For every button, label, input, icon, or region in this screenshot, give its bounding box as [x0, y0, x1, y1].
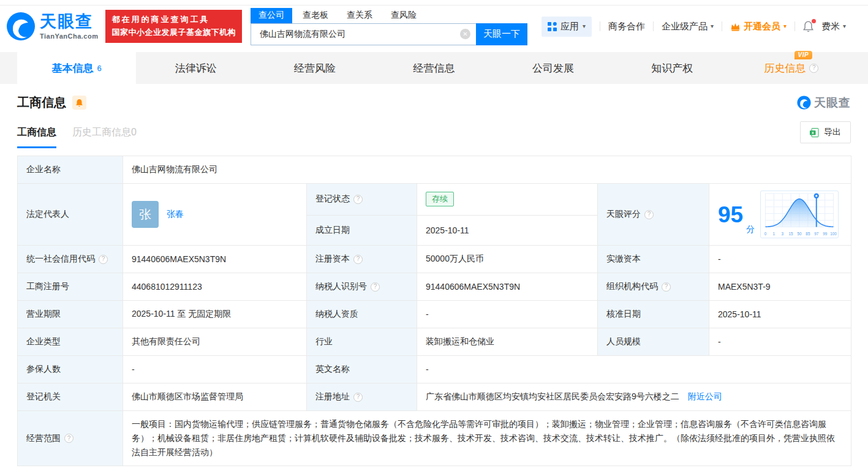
- export-button[interactable]: x 导出: [800, 121, 851, 143]
- business-scope-value: 一般项目：国内货物运输代理；供应链管理服务；普通货物仓储服务（不含危险化学品等需…: [123, 411, 851, 466]
- help-icon[interactable]: ?: [371, 282, 380, 292]
- tab-history-info[interactable]: VIP 历史信息 ?: [732, 52, 851, 84]
- nav-enterprise-products[interactable]: 企业级产品 ▾: [662, 21, 714, 32]
- tab-company-development[interactable]: 公司发展: [494, 52, 613, 84]
- establish-date-value: 2025-10-11: [417, 215, 598, 245]
- nav-vip-member[interactable]: 开通会员 ▾: [730, 21, 787, 32]
- staff-size-value: -: [709, 328, 851, 356]
- help-icon[interactable]: ?: [809, 64, 818, 73]
- slogan-line1: 都在用的商业查询工具: [111, 13, 236, 26]
- reg-authority-value: 佛山市顺德区市场监督管理局: [123, 383, 307, 411]
- field-label: 纳税人识别号?: [307, 273, 417, 301]
- search-tab-company[interactable]: 查公司: [251, 8, 292, 23]
- status-badge: 存续: [426, 192, 454, 206]
- vip-badge: VIP: [794, 51, 813, 59]
- score-value: 95: [718, 203, 743, 226]
- field-label: 行业: [307, 328, 417, 356]
- field-label: 英文名称: [307, 356, 417, 383]
- legal-rep-cell: 张 张春: [123, 184, 307, 246]
- slogan-banner: 都在用的商业查询工具 国家中小企业发展子基金旗下机构: [105, 10, 242, 43]
- search-tabs: 查公司 查老板 查关系 查风险: [251, 8, 527, 23]
- field-label: 经营范围?: [18, 411, 123, 466]
- svg-text:100: 100: [830, 232, 837, 236]
- score-link[interactable]: 95 分 0131550859799100: [718, 191, 842, 238]
- reg-number-value: 440681012911123: [123, 273, 307, 301]
- caret-down-icon: ▾: [583, 23, 586, 29]
- legal-rep-link[interactable]: 张春: [167, 209, 184, 220]
- svg-text:85: 85: [806, 232, 811, 236]
- business-info-table: 企业名称 佛山吉网物流有限公司 法定代表人 张 张春 登记状态? 存续: [17, 156, 851, 466]
- slogan-line2: 国家中小企业发展子基金旗下机构: [111, 26, 236, 39]
- section-title: 工商信息: [17, 94, 66, 111]
- search-input[interactable]: [259, 29, 460, 40]
- search-button[interactable]: 天眼一下: [476, 23, 527, 45]
- logo-domain: TianYanCha.com: [40, 32, 98, 40]
- caret-down-icon: ▾: [783, 23, 787, 29]
- tab-basic-info[interactable]: 基本信息 6: [17, 52, 136, 84]
- search-tab-boss[interactable]: 查老板: [295, 8, 336, 23]
- svg-text:1: 1: [773, 232, 776, 236]
- search-tab-risk[interactable]: 查风险: [383, 8, 425, 23]
- subtab-history-business-info[interactable]: 历史工商信息0: [72, 126, 137, 148]
- reg-address-value: 广东省佛山市顺德区均安镇均安社区居民委员会宏安路9号六楼之二: [426, 391, 679, 401]
- help-icon[interactable]: ?: [353, 195, 363, 204]
- tianyancha-logo-icon: [6, 12, 36, 41]
- subtabs: 工商信息 历史工商信息0: [17, 126, 137, 148]
- tab-operating-risk[interactable]: 经营风险: [255, 52, 374, 84]
- search-block: 查公司 查老板 查关系 查风险 ✕ 天眼一下: [251, 8, 527, 45]
- watermark-logo: 天眼查: [797, 95, 851, 111]
- crown-icon: [730, 22, 741, 31]
- table-row: 企业名称 佛山吉网物流有限公司: [18, 156, 851, 184]
- paid-capital-value: -: [709, 246, 851, 273]
- taxpayer-quality-value: -: [417, 301, 598, 328]
- field-label: 注册资本?: [307, 246, 417, 273]
- industry-value: 装卸搬运和仓储业: [417, 328, 598, 356]
- logo-text: 天眼查: [40, 13, 98, 30]
- score-distribution-chart: 0131550859799100: [760, 191, 839, 238]
- subtab-business-info[interactable]: 工商信息: [17, 126, 56, 148]
- field-label: 实缴资本: [598, 246, 709, 273]
- score-unit: 分: [746, 224, 755, 235]
- field-label: 营业期限: [18, 301, 123, 328]
- business-term-value: 2025-10-11 至 无固定期限: [123, 301, 307, 328]
- tab-intellectual-property[interactable]: 知识产权: [613, 52, 731, 84]
- avatar[interactable]: 张: [132, 201, 159, 228]
- nav-business-cooperation[interactable]: 商务合作: [608, 21, 645, 32]
- search-tab-relation[interactable]: 查关系: [339, 8, 380, 23]
- apps-menu[interactable]: 应用 ▾: [542, 17, 592, 37]
- divider: [794, 21, 795, 31]
- field-label: 组织机构代码?: [598, 273, 709, 301]
- tab-operating-info[interactable]: 经营信息: [374, 52, 493, 84]
- tianyancha-logo[interactable]: 天眼查 TianYanCha.com: [6, 12, 98, 41]
- help-icon[interactable]: ?: [99, 255, 108, 264]
- divider: [600, 21, 600, 31]
- help-icon[interactable]: ?: [644, 210, 654, 219]
- field-label: 工商注册号: [18, 273, 123, 301]
- company-name-value: 佛山吉网物流有限公司: [123, 156, 851, 184]
- field-label: 企业类型: [18, 328, 123, 356]
- reg-status-cell: 存续: [417, 184, 598, 216]
- apps-label: 应用: [560, 21, 579, 32]
- table-row: 登记机关 佛山市顺德区市场监督管理局 注册地址? 广东省佛山市顺德区均安镇均安社…: [18, 383, 851, 411]
- svg-text:0: 0: [764, 232, 767, 236]
- help-icon[interactable]: ?: [662, 282, 671, 292]
- field-label: 参保人数: [18, 356, 123, 383]
- subscribe-bell-icon[interactable]: [72, 96, 86, 110]
- insured-count-value: -: [123, 356, 307, 383]
- company-section-tabs: 基本信息 6 法律诉讼 经营风险 经营信息 公司发展 知识产权 VIP 历史信息…: [0, 52, 868, 84]
- table-row: 经营范围? 一般项目：国内货物运输代理；供应链管理服务；普通货物仓储服务（不含危…: [18, 411, 851, 466]
- help-icon[interactable]: ?: [353, 255, 363, 264]
- clear-icon[interactable]: ✕: [460, 29, 470, 39]
- table-row: 法定代表人 张 张春 登记状态? 存续 天眼评分?: [18, 184, 851, 216]
- username: 费米: [821, 21, 840, 32]
- help-icon[interactable]: ?: [353, 393, 363, 402]
- nearby-companies-link[interactable]: 附近公司: [688, 391, 722, 401]
- user-menu[interactable]: 费米 ▾: [821, 21, 846, 32]
- notifications-bell[interactable]: [803, 21, 813, 32]
- table-row: 企业类型 其他有限责任公司 行业 装卸搬运和仓储业 人员规模 -: [18, 328, 851, 356]
- field-label: 登记机关: [18, 383, 123, 411]
- svg-text:99: 99: [823, 232, 828, 236]
- tab-legal-proceedings[interactable]: 法律诉讼: [136, 52, 255, 84]
- help-icon[interactable]: ?: [64, 434, 74, 443]
- field-label: 纳税人资质: [307, 301, 417, 328]
